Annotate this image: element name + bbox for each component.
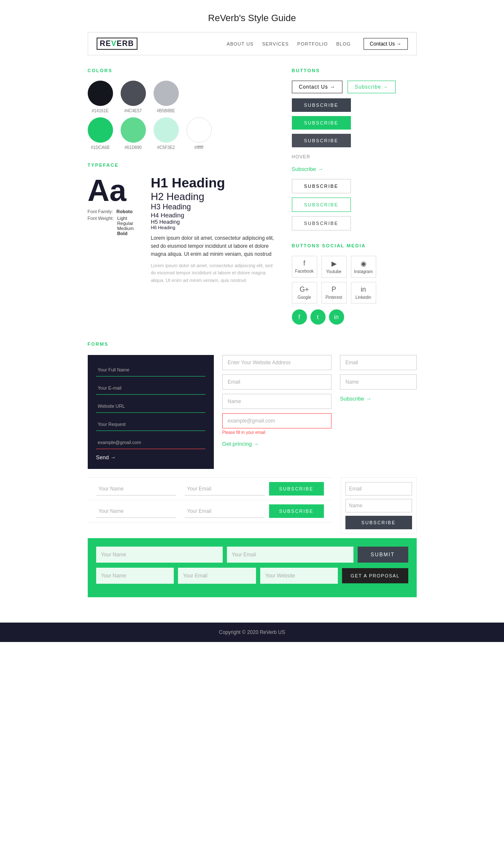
linkedin-solid-icon: in	[334, 314, 339, 320]
error-message: Please fill in your email	[222, 430, 332, 435]
facebook-solid-button[interactable]: f	[292, 309, 307, 325]
green-form-section: SUBMIT GET A PROPOSAL	[88, 538, 417, 597]
facebook-solid-icon: f	[299, 314, 300, 320]
font-weight-label: Font Weight:	[88, 216, 114, 221]
linkedin-label: Linkedin	[356, 295, 371, 300]
facebook-icon: f	[303, 260, 305, 267]
sub-right-button[interactable]: SUBSCRIBE	[345, 516, 412, 529]
sub-right-name[interactable]	[345, 499, 412, 512]
instagram-label: Instagram	[354, 269, 372, 274]
light-email-input[interactable]	[222, 374, 332, 390]
full-name-input[interactable]	[96, 363, 205, 376]
page-title: ReVerb's Style Guide	[0, 0, 504, 32]
colors-title: COLORS	[88, 68, 275, 73]
green-email-input[interactable]	[227, 547, 353, 563]
social-facebook[interactable]: f Facebook	[292, 256, 317, 278]
dark-colors-row: #14161E #4C4E57 #B5B8BE	[88, 81, 275, 113]
email-error-input[interactable]	[96, 436, 205, 449]
hover-label: HOVER	[292, 154, 417, 159]
typeface-title: TYPEFACE	[88, 163, 275, 168]
green-name-input-2[interactable]	[96, 568, 174, 584]
heading-6: H6 Heading	[151, 225, 275, 230]
subscribe-dark2-button[interactable]: SUBSCRIBE	[292, 134, 351, 147]
contact-us-button[interactable]: Contact Us →	[292, 81, 343, 93]
weight-medium: Medium	[117, 226, 134, 231]
small-subscribe-button[interactable]: Subscribe →	[340, 395, 416, 402]
social-linkedin[interactable]: in Linkedin	[351, 282, 376, 303]
social-google[interactable]: G+ Google	[292, 282, 317, 303]
subscribe-dark-button[interactable]: SUBSCRIBE	[292, 98, 351, 112]
paragraph-2: Lorem ipsum dolor sit amet, consectetur …	[151, 262, 275, 284]
heading-3: H3 Heading	[151, 203, 275, 211]
google-icon: G+	[300, 286, 309, 293]
green-name-input[interactable]	[96, 547, 223, 563]
heading-2: H2 Heading	[151, 191, 275, 203]
sub-right-email[interactable]	[345, 482, 412, 496]
subscribe-btn-1[interactable]: SUBSCRIBE	[269, 482, 324, 496]
hover-subscribe-btn1[interactable]: SUBSCRIBE	[292, 179, 351, 193]
navbar-contact-button[interactable]: Contact Us →	[364, 38, 408, 50]
green-website-input[interactable]	[260, 568, 338, 584]
color-dark3: #B5B8BE	[154, 81, 179, 113]
light-email-error-input[interactable]	[222, 413, 332, 428]
sub-email-1[interactable]	[185, 482, 265, 496]
typeface-section: TYPEFACE Aa Font Family: Roboto Font Wei…	[88, 163, 275, 284]
green-email-input-2[interactable]	[178, 568, 256, 584]
social-instagram[interactable]: ◉ Instagram	[351, 256, 376, 278]
footer: Copyright © 2020 ReVerb US	[0, 623, 504, 642]
nav-portfolio[interactable]: PORTFOLIO	[297, 41, 328, 46]
sub-email-2[interactable]	[185, 505, 265, 518]
green-form-row-1: SUBMIT	[96, 547, 408, 563]
dark-form: Send →	[88, 355, 214, 469]
sub-name-1[interactable]	[96, 482, 176, 496]
social-section: BUTTONS SOCIAL MEDIA f Facebook ▶ Youtub…	[292, 243, 417, 325]
social-solid-row: f t in	[292, 309, 417, 325]
color-green3: #C5F3E2	[154, 117, 179, 150]
pinterest-icon: P	[332, 286, 336, 293]
nav-about[interactable]: ABOUT US	[226, 41, 253, 46]
small-name-input[interactable]	[340, 374, 416, 390]
heading-4: H4 Heading	[151, 211, 275, 219]
buttons-title: BUTTONS	[292, 68, 417, 73]
colors-section: COLORS #14161E #4C4E57 #B5B8BE	[88, 68, 275, 150]
get-pricing-button[interactable]: Get princing →	[222, 441, 332, 447]
hover-subscribe-btn3[interactable]: SUBSCRIBE	[292, 216, 351, 230]
hover-subscribe-btn2[interactable]: SUBSCRIBE	[292, 198, 351, 212]
light-form: Please fill in your email Get princing →	[222, 355, 332, 469]
paragraph-1: Lorem ipsum dolor sit amet, consectetur …	[151, 234, 275, 259]
submit-button[interactable]: SUBMIT	[358, 547, 408, 563]
social-pinterest[interactable]: P Pinterest	[321, 282, 347, 303]
hover-subscribe-link[interactable]: Subscribe →	[292, 163, 323, 175]
sub-name-2[interactable]	[96, 505, 176, 518]
instagram-icon: ◉	[361, 260, 367, 268]
subscribe-btn-2[interactable]: SUBSCRIBE	[269, 504, 324, 518]
color-green1: #1DCA6B	[88, 117, 113, 150]
google-label: Google	[297, 295, 311, 300]
nav-services[interactable]: SERVICES	[262, 41, 288, 46]
weight-regular: Regular	[117, 221, 134, 226]
subscribe-green-button[interactable]: SUBSCRIBE	[292, 116, 351, 130]
logo: REVERB	[97, 38, 137, 50]
twitter-solid-button[interactable]: t	[310, 309, 326, 325]
forms-title: FORMS	[88, 341, 417, 347]
nav-blog[interactable]: BLOG	[336, 41, 351, 46]
color-dark2: #4C4E57	[121, 81, 146, 113]
send-button[interactable]: Send →	[96, 454, 116, 460]
heading-5: H5 Heading	[151, 219, 275, 225]
proposal-button[interactable]: GET A PROPOSAL	[342, 568, 408, 583]
small-subscribe-form: Subscribe →	[340, 355, 416, 469]
subscribe-link-button[interactable]: Subscribe →	[348, 81, 396, 93]
twitter-solid-icon: t	[317, 314, 319, 320]
linkedin-solid-button[interactable]: in	[329, 309, 344, 325]
social-grid: f Facebook ▶ Youtube ◉ Instagram G+ Goog…	[292, 256, 417, 303]
social-title: BUTTONS SOCIAL MEDIA	[292, 243, 417, 248]
small-email-input[interactable]	[340, 355, 416, 370]
request-input[interactable]	[96, 418, 205, 431]
social-youtube[interactable]: ▶ Youtube	[321, 256, 347, 278]
website-input[interactable]	[96, 400, 205, 413]
website-address-input[interactable]	[222, 355, 332, 370]
typeface-display: Aa	[88, 175, 138, 206]
email-input[interactable]	[96, 382, 205, 395]
light-name-input[interactable]	[222, 394, 332, 409]
youtube-icon: ▶	[332, 260, 337, 268]
